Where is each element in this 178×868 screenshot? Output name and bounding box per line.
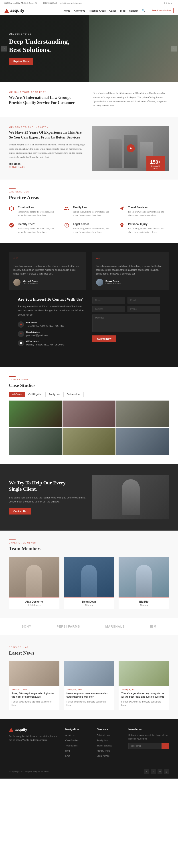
section-divider bbox=[9, 539, 15, 540]
linkedin-icon[interactable]: in bbox=[168, 2, 170, 4]
newsletter-input-row: → bbox=[129, 743, 169, 749]
news-title[interactable]: June, Attorney Lawyer who fights for the… bbox=[11, 692, 57, 699]
news-image[interactable] bbox=[64, 661, 114, 686]
submit-button[interactable]: Submit Now bbox=[92, 335, 116, 342]
client-logo: IBM bbox=[150, 625, 156, 628]
contact-email-label: Email Address bbox=[26, 331, 48, 333]
about-right: It is a long established fact that a rea… bbox=[94, 91, 169, 108]
contact-name-input[interactable] bbox=[92, 297, 125, 304]
news-card: January 10, 2021 How can you access some… bbox=[64, 661, 114, 710]
footer-twitter-icon[interactable]: t bbox=[151, 769, 156, 774]
clock-icon: 🕐 bbox=[18, 340, 24, 346]
explore-button[interactable]: Explore More bbox=[9, 58, 33, 65]
nav-practice[interactable]: Practice Areas bbox=[89, 9, 106, 12]
case-image[interactable] bbox=[116, 428, 169, 455]
contact-subject-input[interactable] bbox=[92, 306, 125, 312]
footer-link-cases[interactable]: Case Studies bbox=[65, 739, 78, 742]
practice-item-text: Far far away, behind the word bank, and … bbox=[18, 227, 59, 234]
contact-phone-input[interactable] bbox=[128, 306, 161, 312]
team-grid: Alex Deskerio CEO & Lawyer Dean Dean Att… bbox=[9, 557, 169, 609]
newsletter-submit-button[interactable]: → bbox=[162, 743, 169, 749]
case-tab-civil[interactable]: Civil Litigation bbox=[25, 392, 45, 397]
topbar-social[interactable]: f t in g+ bbox=[164, 2, 174, 4]
welcome-text-col: Welcome To Our Industry We Have 25 Years… bbox=[9, 126, 86, 168]
news-title[interactable]: There's a good attorney thoughts on all … bbox=[121, 692, 167, 699]
footer-service-item: Legal Advice bbox=[97, 754, 122, 757]
video-play-button[interactable] bbox=[127, 144, 135, 152]
nav-contact[interactable]: Contact bbox=[129, 9, 138, 12]
contact-email-info: Email Address youremail@gmail.com bbox=[26, 331, 48, 337]
practice-item-title: Travel Services bbox=[128, 206, 169, 209]
case-tab-all[interactable]: All Cases bbox=[9, 392, 25, 397]
footer-logo-icon bbox=[9, 728, 13, 732]
contact-message-input[interactable] bbox=[92, 314, 160, 332]
about-heading: We Are A International Law Group, Provid… bbox=[9, 95, 84, 105]
practice-item-text: Far far away, behind the word bank, and … bbox=[128, 227, 169, 234]
footer-link-about[interactable]: About Us bbox=[65, 734, 75, 737]
author-avatar bbox=[13, 279, 21, 286]
case-image[interactable] bbox=[63, 401, 115, 427]
newsletter-email-input[interactable] bbox=[129, 743, 162, 749]
nav-attorneys[interactable]: Attorneys bbox=[74, 9, 85, 12]
author-info: Frank Boss CEO of Business bbox=[105, 280, 121, 285]
logo[interactable]: aequity bbox=[4, 8, 24, 13]
footer-service-travel[interactable]: Travel Services bbox=[97, 744, 112, 747]
footer-bottom: © Copyright 2021 Aequity, All rights res… bbox=[9, 766, 169, 774]
footer-link-item: About Us bbox=[65, 734, 90, 737]
practice-item-text: Far far away, behind the word bank, and … bbox=[73, 210, 114, 217]
googleplus-icon[interactable]: g+ bbox=[171, 2, 174, 4]
footer: aequity Far far away, behind the word mo… bbox=[0, 719, 178, 779]
nav-blog[interactable]: Blog bbox=[120, 9, 126, 12]
footer-facebook-icon[interactable]: f bbox=[144, 769, 149, 774]
team-info: Dean Dean Attorney bbox=[64, 597, 114, 609]
facebook-icon[interactable]: f bbox=[164, 2, 165, 4]
case-image[interactable] bbox=[116, 401, 169, 427]
cta-contact-button[interactable]: Contact Us bbox=[9, 508, 31, 515]
practice-item-text: Far far away, behind the word bank, and … bbox=[18, 210, 59, 217]
footer-service-criminal[interactable]: Criminal Law bbox=[97, 734, 110, 737]
twitter-icon[interactable]: t bbox=[166, 2, 167, 4]
footer-google-icon[interactable]: g+ bbox=[164, 769, 169, 774]
search-icon[interactable]: 🔍 bbox=[142, 9, 145, 12]
hero-content: WELCOME TO US Deep Understanding, Best S… bbox=[9, 33, 69, 65]
footer-link-faq[interactable]: FAQ bbox=[65, 755, 70, 757]
footer-service-identity[interactable]: Identity Theft bbox=[97, 750, 110, 752]
consult-button[interactable]: Free Consultation bbox=[149, 8, 174, 13]
practice-item: Family Law Far far away, behind the word… bbox=[64, 206, 114, 217]
case-image[interactable] bbox=[9, 401, 62, 427]
news-image[interactable] bbox=[9, 661, 60, 686]
team-photo bbox=[9, 557, 60, 597]
team-info: Big Rio Attorney bbox=[118, 597, 169, 609]
hero-arrow-right[interactable]: › bbox=[171, 46, 177, 52]
contact-email-input[interactable] bbox=[128, 297, 161, 304]
news-title[interactable]: How can you access someone who takes the… bbox=[67, 692, 112, 699]
testimonial-author: Michail Boss CEO of Business bbox=[13, 279, 82, 286]
case-image[interactable] bbox=[63, 428, 115, 455]
case-tab-family[interactable]: Family Law bbox=[45, 392, 63, 397]
footer-logo[interactable]: aequity bbox=[9, 728, 59, 732]
hero-welcome-text: WELCOME TO US bbox=[9, 33, 69, 35]
footer-linkedin-icon[interactable]: in bbox=[157, 769, 163, 774]
contact-phone-value: +1 (123) 456-7890, +1 (123) 456-7890 bbox=[26, 324, 64, 328]
footer-service-item: Identity Theft bbox=[97, 749, 122, 752]
case-image[interactable] bbox=[9, 428, 62, 455]
hero-arrow-left[interactable]: ‹ bbox=[1, 46, 7, 52]
footer-grid: aequity Far far away, behind the word mo… bbox=[9, 728, 169, 759]
testimonial-card: ““ Travelling salesman - and above it th… bbox=[9, 252, 86, 290]
team-member-name: Dean Dean bbox=[67, 600, 112, 603]
cases-heading: Case Studies bbox=[9, 382, 169, 388]
footer-service-legal[interactable]: Legal Advice bbox=[97, 755, 109, 757]
footer-link-blog[interactable]: Blog bbox=[65, 750, 70, 752]
case-tab-business[interactable]: Business Law bbox=[63, 392, 84, 397]
client-logo: MARSHALS bbox=[105, 625, 124, 628]
personal-injury-icon bbox=[119, 223, 126, 229]
nav-home[interactable]: Home bbox=[63, 9, 70, 12]
welcome-text: Longer Aequity Law is an international l… bbox=[9, 143, 86, 159]
footer-service-family[interactable]: Family Law bbox=[97, 739, 108, 742]
identity-theft-icon bbox=[9, 223, 15, 229]
news-image[interactable] bbox=[118, 661, 169, 686]
phone-icon: ☎ bbox=[18, 321, 24, 328]
nav-cases[interactable]: Cases bbox=[109, 9, 116, 12]
footer-link-testimonials[interactable]: Testimonials bbox=[65, 744, 78, 747]
team-heading: Team Members bbox=[9, 546, 169, 552]
